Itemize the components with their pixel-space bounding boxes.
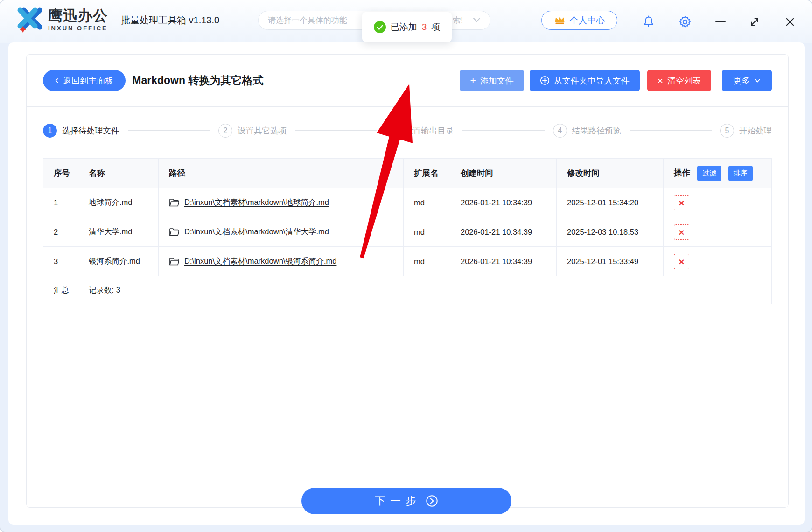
resize-window-button[interactable]	[747, 14, 762, 30]
summary-record-count: 记录数: 3	[78, 276, 772, 304]
brand-subtitle: INXUN OFFICE	[48, 25, 118, 32]
cell-ext: md	[404, 217, 450, 247]
step-connector	[128, 130, 210, 131]
step-5-label: 开始处理	[739, 125, 772, 136]
step-1-label: 选择待处理文件	[62, 125, 119, 136]
page-title: Markdown 转换为其它格式	[132, 73, 263, 88]
content-panel: ‹ 返回到主面板 Markdown 转换为其它格式 + 添加文件 从文件夹中导入…	[26, 54, 789, 508]
step-5-number: 5	[720, 124, 734, 138]
close-window-button[interactable]	[783, 14, 798, 30]
step-wizard: 1 选择待处理文件 2 设置其它选项 3 设置输出目录 4 结果路径预览	[43, 124, 772, 138]
cell-created: 2026-01-21 10:34:39	[450, 217, 557, 247]
notifications-button[interactable]	[641, 14, 656, 30]
cell-name: 银河系简介.md	[78, 247, 159, 276]
step-connector	[630, 130, 712, 131]
import-from-folder-label: 从文件夹中导入文件	[554, 75, 630, 86]
chevron-down-icon[interactable]	[473, 17, 481, 23]
col-header-actions: 操作 过滤 排序	[664, 159, 772, 188]
import-from-folder-button[interactable]: 从文件夹中导入文件	[530, 70, 640, 91]
gear-icon	[679, 15, 692, 28]
folder-icon	[169, 198, 179, 207]
brand-text: 鹰迅办公 INXUN OFFICE	[48, 8, 118, 32]
file-table: 序号 名称 路径 扩展名 创建时间 修改时间 操作 过滤 排序	[43, 158, 772, 304]
actions-label: 操作	[674, 168, 690, 177]
search-placeholder-right: 索!	[453, 15, 463, 26]
toast-added-items: 已添加 3 项	[362, 12, 452, 42]
file-path-link[interactable]: D:\inxun\文档素材\markdown\银河系简介.md	[184, 256, 336, 266]
step-2-label: 设置其它选项	[238, 125, 287, 136]
cell-name: 清华大学.md	[78, 217, 159, 247]
success-check-icon	[374, 21, 386, 33]
minimize-button[interactable]	[713, 14, 728, 30]
file-path-link[interactable]: D:\inxun\文档素材\markdown\清华大学.md	[184, 227, 329, 237]
delete-row-button[interactable]: ×	[674, 254, 689, 269]
brand-logo-icon	[16, 7, 43, 33]
next-step-label: 下一步	[375, 494, 421, 508]
search-placeholder-left: 请选择一个具体的功能	[268, 15, 347, 26]
add-files-label: 添加文件	[480, 75, 514, 86]
more-button[interactable]: 更多	[722, 70, 772, 91]
step-connector	[462, 130, 544, 131]
chevron-down-icon	[754, 78, 761, 83]
add-files-button[interactable]: + 添加文件	[460, 70, 524, 91]
step-5-start: 5 开始处理	[720, 124, 772, 138]
file-path-link[interactable]: D:\inxun\文档素材\markdown\地球简介.md	[184, 197, 329, 208]
step-3-label: 设置输出目录	[405, 125, 454, 136]
clear-list-label: 清空列表	[667, 75, 701, 86]
toast-suffix: 项	[431, 21, 440, 33]
cell-created: 2026-01-21 10:34:39	[450, 188, 557, 217]
back-to-dashboard-button[interactable]: ‹ 返回到主面板	[43, 70, 126, 91]
chevron-left-icon: ‹	[55, 75, 58, 85]
table-row: 1 地球简介.md D:\inxun\文档素材\markdown\地球简介.md	[43, 188, 772, 217]
close-icon	[784, 16, 796, 28]
settings-button[interactable]	[678, 14, 693, 30]
sort-button[interactable]: 排序	[728, 166, 753, 181]
cell-modified: 2025-12-01 15:34:20	[557, 188, 664, 217]
more-label: 更多	[733, 75, 750, 86]
summary-row: 汇总 记录数: 3	[43, 276, 772, 304]
toast-count: 3	[422, 22, 427, 32]
app-window: 鹰迅办公 INXUN OFFICE 批量处理工具箱 v1.13.0 请选择一个具…	[0, 0, 812, 532]
step-4-label: 结果路径预览	[572, 125, 621, 136]
table-row: 2 清华大学.md D:\inxun\文档素材\markdown\清华大学.md	[43, 217, 772, 247]
col-header-modified: 修改时间	[557, 159, 664, 188]
cell-index: 1	[43, 188, 78, 217]
app-title: 批量处理工具箱 v1.13.0	[121, 14, 219, 27]
cell-modified: 2025-12-03 10:18:53	[557, 217, 664, 247]
delete-row-button[interactable]: ×	[674, 224, 689, 240]
step-4-result-preview: 4 结果路径预览	[553, 124, 621, 138]
step-1-select-files: 1 选择待处理文件	[43, 124, 119, 138]
panel-header: ‹ 返回到主面板 Markdown 转换为其它格式 + 添加文件 从文件夹中导入…	[27, 55, 788, 107]
cell-name: 地球简介.md	[78, 188, 159, 217]
plus-icon: +	[470, 76, 476, 85]
step-connector	[295, 130, 377, 131]
crown-icon	[554, 15, 566, 25]
minimize-icon	[715, 21, 726, 23]
cell-modified: 2025-12-01 15:33:49	[557, 247, 664, 276]
user-center-button[interactable]: 个人中心	[541, 11, 617, 30]
clear-list-button[interactable]: × 清空列表	[647, 70, 711, 91]
col-header-index: 序号	[43, 159, 78, 188]
next-step-button[interactable]: 下一步	[301, 488, 511, 514]
table-header-row: 序号 名称 路径 扩展名 创建时间 修改时间 操作 过滤 排序	[43, 159, 772, 188]
folder-icon	[169, 228, 179, 237]
filter-button[interactable]: 过滤	[697, 166, 721, 181]
step-2-other-options: 2 设置其它选项	[218, 124, 287, 138]
cell-created: 2026-01-21 10:34:39	[450, 247, 557, 276]
toast-prefix: 已添加	[391, 21, 417, 33]
step-2-number: 2	[218, 124, 232, 138]
cell-ext: md	[404, 188, 450, 217]
bell-icon	[643, 15, 655, 28]
cell-ext: md	[404, 247, 450, 276]
back-button-label: 返回到主面板	[63, 75, 113, 86]
delete-row-button[interactable]: ×	[674, 195, 689, 210]
step-4-number: 4	[553, 124, 567, 138]
cell-index: 3	[43, 247, 78, 276]
cell-index: 2	[43, 217, 78, 247]
user-center-label: 个人中心	[570, 14, 605, 27]
table-row: 3 银河系简介.md D:\inxun\文档素材\markdown\银河系简介.…	[43, 247, 772, 276]
col-header-ext: 扩展名	[404, 159, 450, 188]
circle-arrow-right-icon	[426, 495, 438, 507]
folder-icon	[169, 257, 179, 266]
col-header-name: 名称	[78, 159, 159, 188]
